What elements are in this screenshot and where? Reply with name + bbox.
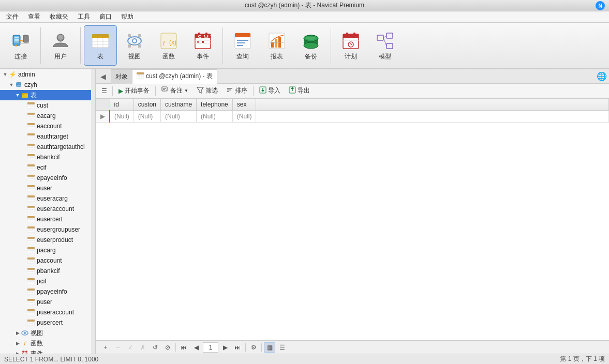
cancel-button[interactable]: ✗ — [137, 342, 148, 353]
toolbar-report[interactable]: 报表 — [260, 25, 293, 66]
sidebar-item-eacarg[interactable]: eacarg — [0, 111, 95, 121]
table-item-icon-6 — [27, 153, 35, 161]
stop-button[interactable]: ⊘ — [162, 342, 173, 353]
sidebar-item-eusergroupuser[interactable]: eusergroupuser — [0, 224, 95, 235]
sidebar-item-ppayeeinfo[interactable]: ppayeeinfo — [0, 286, 95, 297]
menu-file[interactable]: 文件 — [2, 11, 23, 22]
sidebar-item-epayeeinfo[interactable]: epayeeinfo — [0, 173, 95, 183]
col-header-telephone[interactable]: telephone — [197, 99, 233, 111]
cell-telephone[interactable]: (Null) — [197, 111, 233, 123]
grid-view-button[interactable]: ▦ — [264, 342, 275, 353]
sidebar-item-eaccount[interactable]: eaccount — [0, 121, 95, 131]
page-number[interactable]: 1 — [203, 342, 218, 353]
col-header-custon[interactable]: custon — [133, 99, 160, 111]
backup-icon — [301, 31, 321, 51]
menu-toggle-button[interactable]: ☰ — [98, 85, 110, 97]
prev-page-button[interactable]: ◀ — [190, 342, 202, 353]
expand-events-icon[interactable]: ▶ — [14, 351, 21, 354]
sidebar-item-eauthtarget[interactable]: eauthtarget — [0, 131, 95, 142]
expand-czyh-icon[interactable]: ▼ — [8, 82, 14, 87]
settings-button[interactable]: ⚙ — [248, 342, 259, 353]
cell-sex[interactable]: (Null) — [232, 111, 256, 123]
confirm-button[interactable]: ✓ — [125, 342, 136, 353]
cell-custname[interactable]: (Null) — [161, 111, 197, 123]
sidebar-item-pbankcif[interactable]: pbankcif — [0, 266, 95, 276]
sidebar-item-views[interactable]: ▶ 视图 — [0, 328, 95, 338]
menu-window[interactable]: 窗口 — [95, 11, 116, 22]
toolbar-view[interactable]: 视图 — [118, 25, 151, 66]
sidebar-scrollbar[interactable] — [91, 69, 95, 354]
refresh-button[interactable]: ↺ — [150, 342, 161, 353]
sidebar-item-eauthtargetauthcl[interactable]: eauthtargetauthcl — [0, 142, 95, 152]
sec-sep-2 — [155, 86, 156, 96]
toolbar-sep-3 — [222, 27, 223, 64]
main-toolbar: 连接 用户 表 — [0, 23, 609, 69]
table-item-icon-18 — [27, 277, 35, 285]
sidebar-item-euseraccount[interactable]: euseraccount — [0, 204, 95, 214]
tab-left-nav[interactable]: ◀ — [96, 69, 111, 84]
menu-favorites[interactable]: 收藏夹 — [46, 11, 72, 22]
sidebar-item-functions[interactable]: ▶ f 函数 — [0, 338, 95, 348]
add-record-button[interactable]: + — [100, 342, 111, 353]
toolbar-backup[interactable]: 备份 — [294, 25, 328, 66]
next-page-button[interactable]: ▶ — [219, 342, 231, 353]
sidebar-item-euser[interactable]: euser — [0, 183, 95, 193]
comment-button[interactable]: 备注 ▼ — [158, 85, 192, 97]
sidebar-item-puseraccount[interactable]: puseraccount — [0, 307, 95, 317]
toolbar-event[interactable]: S M T 事件 — [186, 25, 219, 66]
cell-id[interactable]: (Null) — [110, 111, 133, 123]
sidebar-item-paccount[interactable]: paccount — [0, 255, 95, 266]
begin-transaction-button[interactable]: ▶ 开始事务 — [115, 85, 153, 97]
delete-record-button[interactable]: − — [112, 342, 124, 353]
tab-table[interactable]: cust @czyh (admin) - 表 — [132, 69, 217, 84]
toolbar-query[interactable]: 查询 — [226, 25, 259, 66]
menu-tools[interactable]: 工具 — [73, 11, 94, 22]
expand-tables-icon[interactable]: ▼ — [14, 93, 21, 98]
toolbar-functions[interactable]: f (x) 函数 — [152, 25, 185, 66]
export-label: 导出 — [298, 86, 310, 95]
col-header-id[interactable]: id — [110, 99, 133, 111]
expand-views-icon[interactable]: ▶ — [14, 330, 21, 336]
export-button[interactable]: 导出 — [285, 85, 314, 97]
toolbar-table[interactable]: 表 — [84, 25, 117, 66]
expand-func-icon[interactable]: ▶ — [14, 341, 21, 346]
first-page-button[interactable]: ⏮ — [178, 342, 189, 353]
toolbar-user[interactable]: 用户 — [44, 25, 77, 66]
sidebar-item-admin[interactable]: ▼ ⚡ admin — [0, 69, 95, 80]
table-item-icon-3 — [27, 122, 35, 130]
menu-help[interactable]: 帮助 — [117, 11, 138, 22]
filter-button[interactable]: 筛选 — [193, 85, 221, 97]
sidebar-item-ecif[interactable]: ecif — [0, 162, 95, 173]
toolbar-model[interactable]: 模型 — [368, 25, 402, 66]
menu-view[interactable]: 查看 — [24, 11, 44, 22]
toolbar-schedule[interactable]: 计划 — [334, 25, 367, 66]
tab-object[interactable]: 对象 — [111, 69, 132, 84]
list-view-button[interactable]: ☰ — [276, 342, 288, 353]
sidebar-item-pusercert[interactable]: pusercert — [0, 317, 95, 328]
sidebar-item-puser[interactable]: puser — [0, 297, 95, 307]
sort-button[interactable]: 排序 — [222, 85, 251, 97]
sidebar-item-euseracarg[interactable]: euseracarg — [0, 193, 95, 204]
import-button[interactable]: 导入 — [256, 85, 284, 97]
sidebar-item-czyh[interactable]: ▼ czyh — [0, 80, 95, 90]
sidebar-item-tables[interactable]: ▼ 表 — [0, 90, 95, 100]
sidebar-item-cust[interactable]: cust — [0, 100, 95, 111]
translate-icon[interactable]: 🌐 — [597, 71, 607, 81]
begin-transaction-label: 开始事务 — [125, 86, 150, 95]
toolbar-connect[interactable]: 连接 — [4, 25, 37, 66]
sidebar-item-events[interactable]: ▶ ⏰ 事件 — [0, 348, 95, 354]
expand-admin-icon[interactable]: ▼ — [2, 72, 8, 77]
col-header-sex[interactable]: sex — [232, 99, 256, 111]
sidebar-item-pacarg[interactable]: pacarg — [0, 245, 95, 255]
last-page-button[interactable]: ⏭ — [232, 342, 243, 353]
sidebar-item-pcif[interactable]: pcif — [0, 276, 95, 286]
right-panel: ◀ 对象 cust @czyh (admin) - 表 — [96, 69, 609, 354]
sidebar-item-euserproduct[interactable]: euserproduct — [0, 235, 95, 245]
col-header-custname[interactable]: custname — [161, 99, 197, 111]
sidebar-item-ebankcif[interactable]: ebankcif — [0, 152, 95, 162]
table-item-icon-8 — [27, 174, 35, 182]
cell-custon[interactable]: (Null) — [133, 111, 160, 123]
sidebar-item-pacarg-label: pacarg — [37, 247, 56, 254]
table-row[interactable]: ▶ (Null) (Null) (Null) (Null) (Null) — [96, 111, 609, 123]
sidebar-item-eusercert[interactable]: eusercert — [0, 214, 95, 224]
